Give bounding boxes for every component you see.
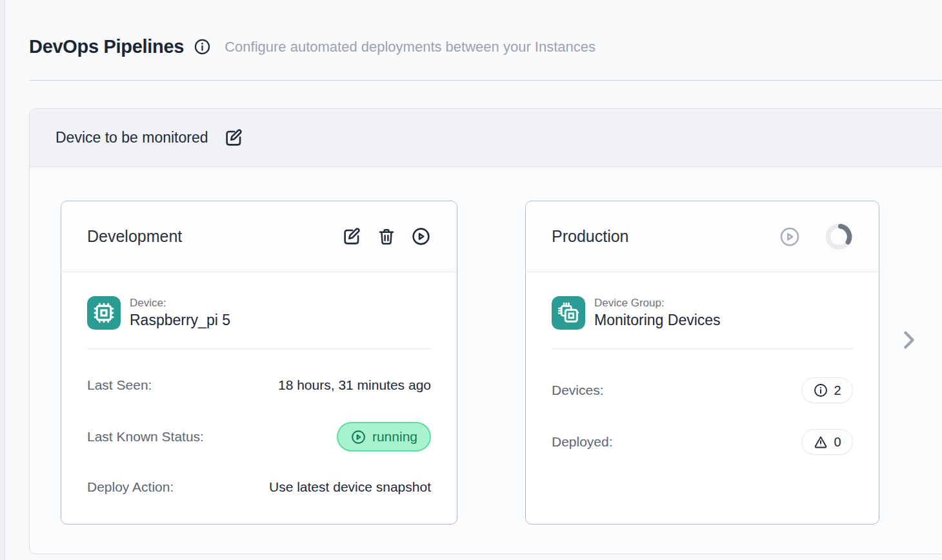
last-seen-row: Last Seen: 18 hours, 31 minutes ago: [87, 377, 431, 393]
status-value: running: [372, 429, 417, 445]
chip-group-icon: [552, 296, 585, 330]
panel-header: Device to be monitored: [30, 109, 942, 167]
device-row: Device: Raspberry_pi 5: [87, 295, 431, 330]
page-header: DevOps Pipelines Configure automated dep…: [29, 36, 929, 57]
device-group-row: Device Group: Monitoring Devices: [552, 295, 853, 330]
device-group-texts: Device Group: Monitoring Devices: [594, 297, 721, 329]
play-circle-icon: [350, 429, 366, 445]
header-divider: [29, 80, 942, 81]
deployed-label: Deployed:: [552, 434, 613, 450]
deployed-row: Deployed: 0: [552, 429, 853, 455]
device-label: Device:: [130, 297, 230, 310]
info-circle-icon: [813, 383, 828, 398]
production-card-header: Production: [526, 201, 879, 272]
device-group-name: Monitoring Devices: [594, 312, 721, 329]
info-circle-icon[interactable]: [194, 38, 211, 55]
card-actions: [342, 226, 431, 246]
development-stage-card: Development: [61, 201, 457, 525]
development-card-body: Device: Raspberry_pi 5 Last Seen: 18 hou…: [61, 295, 457, 495]
deploy-action-value: Use latest device snapshot: [269, 479, 431, 495]
spinner: [825, 223, 853, 251]
page-subtitle: Configure automated deployments between …: [225, 39, 596, 55]
last-seen-value: 18 hours, 31 minutes ago: [278, 377, 431, 393]
card-actions: [779, 223, 853, 251]
warning-triangle-icon: [813, 434, 828, 450]
device-group-label: Device Group:: [594, 297, 721, 310]
trash-icon[interactable]: [377, 227, 396, 246]
production-stage-card: Production: [525, 201, 879, 525]
card-divider: [87, 348, 431, 349]
play-circle-icon[interactable]: [411, 226, 431, 246]
chevron-right-icon[interactable]: [898, 322, 920, 360]
chip-icon: [87, 296, 121, 330]
pipeline-panel: Device to be monitored Development: [29, 108, 942, 554]
last-seen-label: Last Seen:: [87, 377, 152, 393]
deployed-count: 0: [834, 435, 841, 450]
devices-label: Devices:: [552, 383, 604, 398]
stage-title: Production: [552, 227, 779, 246]
development-card-header: Development: [61, 201, 457, 272]
edit-icon[interactable]: [224, 128, 244, 148]
panel-title: Device to be monitored: [55, 129, 208, 146]
page-title: DevOps Pipelines: [29, 36, 184, 57]
deployed-count-badge[interactable]: 0: [801, 429, 853, 455]
devices-row: Devices: 2: [552, 377, 853, 403]
play-circle-icon[interactable]: [779, 226, 801, 248]
deploy-action-label: Deploy Action:: [87, 479, 174, 495]
production-card-body: Device Group: Monitoring Devices Devices…: [526, 295, 879, 455]
status-badge: running: [337, 422, 431, 452]
devices-count: 2: [834, 383, 841, 398]
devices-count-badge[interactable]: 2: [801, 377, 853, 403]
status-label: Last Known Status:: [87, 429, 204, 445]
edit-icon[interactable]: [342, 226, 362, 246]
device-name: Raspberry_pi 5: [130, 312, 230, 329]
card-divider: [552, 348, 853, 349]
left-edge-strip: [0, 0, 5, 560]
deploy-action-row: Deploy Action: Use latest device snapsho…: [87, 479, 431, 495]
device-texts: Device: Raspberry_pi 5: [130, 297, 230, 329]
status-row: Last Known Status: running: [87, 422, 431, 452]
stage-title: Development: [87, 227, 342, 246]
